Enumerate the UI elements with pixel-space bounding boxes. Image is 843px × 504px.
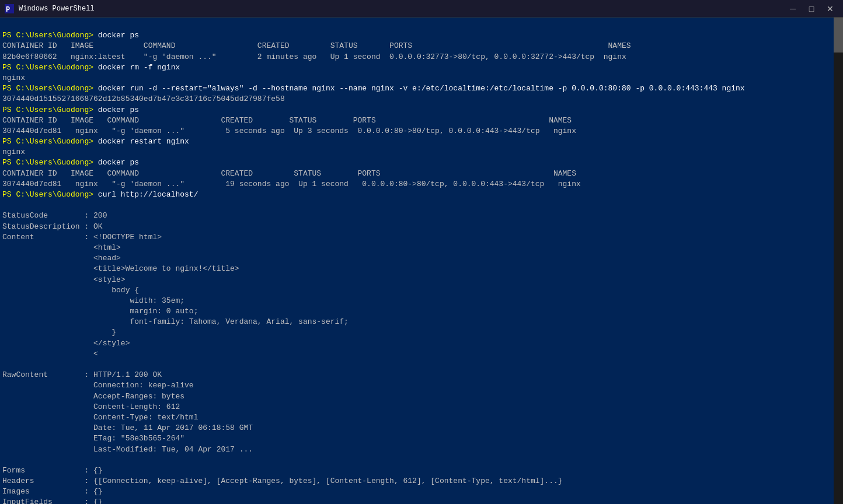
- output-12: width: 35em;: [2, 296, 184, 305]
- data-1: 82b0e6f80662 nginx:latest "-g 'daemon ..…: [2, 52, 626, 61]
- prompt-2: PS C:\Users\Guodong>: [2, 63, 98, 72]
- line-4: PS C:\Users\Guodong> docker rm -f nginx: [2, 63, 180, 72]
- line-37: ETag: "58e3b565-264": [2, 434, 184, 443]
- line-31: RawContent : HTTP/1.1 200 OK: [2, 370, 162, 379]
- cmd-2: docker rm -f nginx: [98, 63, 180, 72]
- scrollbar[interactable]: [834, 18, 843, 504]
- output-13: margin: 0 auto;: [2, 307, 198, 316]
- scrollbar-thumb[interactable]: [834, 18, 843, 52]
- line-9: CONTAINER ID IMAGE COMMAND CREATED STATU…: [2, 116, 572, 125]
- output-17: <: [2, 349, 98, 358]
- output-15: }: [2, 328, 116, 337]
- header-3: CONTAINER ID IMAGE COMMAND CREATED STATU…: [2, 169, 576, 178]
- line-32: Connection: keep-alive: [2, 381, 194, 390]
- data-2: 3074440d7ed81 nginx "-g 'daemon ..." 5 s…: [2, 127, 576, 135]
- output-22: Content-Type: text/html: [2, 413, 198, 422]
- line-6: PS C:\Users\Guodong> docker run -d --res…: [2, 84, 745, 93]
- output-25: Last-Modified: Tue, 04 Apr 2017 ...: [2, 445, 253, 454]
- output-1: nginx: [2, 74, 25, 82]
- line-3: 82b0e6f80662 nginx:latest "-g 'daemon ..…: [2, 52, 626, 61]
- line-16: PS C:\Users\Guodong> curl http://localho…: [2, 190, 198, 199]
- output-4: StatusCode : 200: [2, 211, 107, 220]
- output-9: <title>Welcome to nginx!</title>: [2, 264, 239, 273]
- maximize-button[interactable]: □: [803, 2, 820, 15]
- header-1: CONTAINER ID IMAGE COMMAND CREATED STATU…: [2, 41, 631, 50]
- output-19: Connection: keep-alive: [2, 381, 194, 390]
- terminal-area: PS C:\Users\Guodong> docker ps CONTAINER…: [0, 18, 843, 504]
- titlebar: P Windows PowerShell ─ □ ✕: [0, 0, 843, 18]
- cmd-1: docker ps: [98, 31, 139, 40]
- cmd-3: docker run -d --restart="always" -d --ho…: [98, 84, 745, 93]
- line-8: PS C:\Users\Guodong> docker ps: [2, 106, 139, 114]
- line-26: margin: 0 auto;: [2, 307, 198, 316]
- line-20: <html>: [2, 243, 121, 252]
- line-10: 3074440d7ed81 nginx "-g 'daemon ..." 5 s…: [2, 127, 576, 135]
- output-27: Headers : {[Connection, keep-alive], [Ac…: [2, 477, 563, 485]
- line-18: StatusDescription : OK: [2, 222, 103, 231]
- output-8: <head>: [2, 254, 121, 262]
- prompt-6: PS C:\Users\Guodong>: [2, 158, 98, 167]
- cmd-6: docker ps: [98, 158, 139, 167]
- line-28: }: [2, 328, 116, 337]
- output-28: Images : {}: [2, 487, 103, 496]
- output-16: </style>: [2, 339, 130, 348]
- line-36: Date: Tue, 11 Apr 2017 06:18:58 GMT: [2, 424, 253, 432]
- line-13: PS C:\Users\Guodong> docker ps: [2, 158, 139, 167]
- line-24: body {: [2, 286, 139, 295]
- line-27: font-family: Tahoma, Verdana, Arial, san…: [2, 317, 349, 326]
- line-29: </style>: [2, 339, 130, 348]
- app-icon: P: [5, 4, 14, 13]
- powershell-window: P Windows PowerShell ─ □ ✕ PS C:\Users\G…: [0, 0, 843, 504]
- prompt-3: PS C:\Users\Guodong>: [2, 84, 98, 93]
- line-17: StatusCode : 200: [2, 211, 107, 220]
- line-2: CONTAINER ID IMAGE COMMAND CREATED STATU…: [2, 41, 631, 50]
- line-12: nginx: [2, 148, 25, 156]
- line-41: Images : {}: [2, 487, 103, 496]
- prompt-4: PS C:\Users\Guodong>: [2, 106, 98, 114]
- output-26: Forms : {}: [2, 466, 103, 475]
- terminal-output[interactable]: PS C:\Users\Guodong> docker ps CONTAINER…: [0, 18, 834, 504]
- line-5: nginx: [2, 74, 25, 82]
- line-25: width: 35em;: [2, 296, 184, 305]
- svg-text:P: P: [6, 6, 10, 13]
- line-1: PS C:\Users\Guodong> docker ps: [2, 31, 139, 40]
- line-15: 3074440d7ed81 nginx "-g 'daemon ..." 19 …: [2, 180, 581, 188]
- output-11: body {: [2, 286, 139, 295]
- window-controls: ─ □ ✕: [785, 2, 838, 15]
- line-42: InputFields : {}: [2, 498, 103, 504]
- line-40: Headers : {[Connection, keep-alive], [Ac…: [2, 477, 563, 485]
- output-18: RawContent : HTTP/1.1 200 OK: [2, 370, 162, 379]
- output-6: Content : <!DOCTYPE html>: [2, 233, 162, 242]
- line-34: Content-Length: 612: [2, 402, 180, 411]
- output-3: nginx: [2, 148, 25, 156]
- line-19: Content : <!DOCTYPE html>: [2, 233, 162, 242]
- output-21: Content-Length: 612: [2, 402, 180, 411]
- output-10: <style>: [2, 275, 126, 284]
- line-14: CONTAINER ID IMAGE COMMAND CREATED STATU…: [2, 169, 576, 178]
- line-33: Accept-Ranges: bytes: [2, 392, 184, 401]
- line-22: <title>Welcome to nginx!</title>: [2, 264, 239, 273]
- data-3: 3074440d7ed81 nginx "-g 'daemon ..." 19 …: [2, 180, 581, 188]
- output-5: StatusDescription : OK: [2, 222, 103, 231]
- output-14: font-family: Tahoma, Verdana, Arial, san…: [2, 317, 349, 326]
- line-30: <: [2, 349, 98, 358]
- cmd-4: docker ps: [98, 106, 139, 114]
- line-39: Forms : {}: [2, 466, 103, 475]
- minimize-button[interactable]: ─: [785, 2, 801, 15]
- prompt-7: PS C:\Users\Guodong>: [2, 190, 98, 199]
- line-11: PS C:\Users\Guodong> docker restart ngin…: [2, 137, 189, 146]
- cmd-5: docker restart nginx: [98, 137, 189, 146]
- line-23: <style>: [2, 275, 126, 284]
- output-23: Date: Tue, 11 Apr 2017 06:18:58 GMT: [2, 424, 253, 432]
- line-7: 3074440d15155271668762d12b85340ed7b47e3c…: [2, 94, 285, 103]
- output-20: Accept-Ranges: bytes: [2, 392, 184, 401]
- output-24: ETag: "58e3b565-264": [2, 434, 184, 443]
- output-2: 3074440d15155271668762d12b85340ed7b47e3c…: [2, 94, 285, 103]
- line-38: Last-Modified: Tue, 04 Apr 2017 ...: [2, 445, 253, 454]
- output-7: <html>: [2, 243, 121, 252]
- window-title: Windows PowerShell: [19, 5, 785, 13]
- line-21: <head>: [2, 254, 121, 262]
- close-button[interactable]: ✕: [822, 2, 838, 15]
- prompt-5: PS C:\Users\Guodong>: [2, 137, 98, 146]
- header-2: CONTAINER ID IMAGE COMMAND CREATED STATU…: [2, 116, 572, 125]
